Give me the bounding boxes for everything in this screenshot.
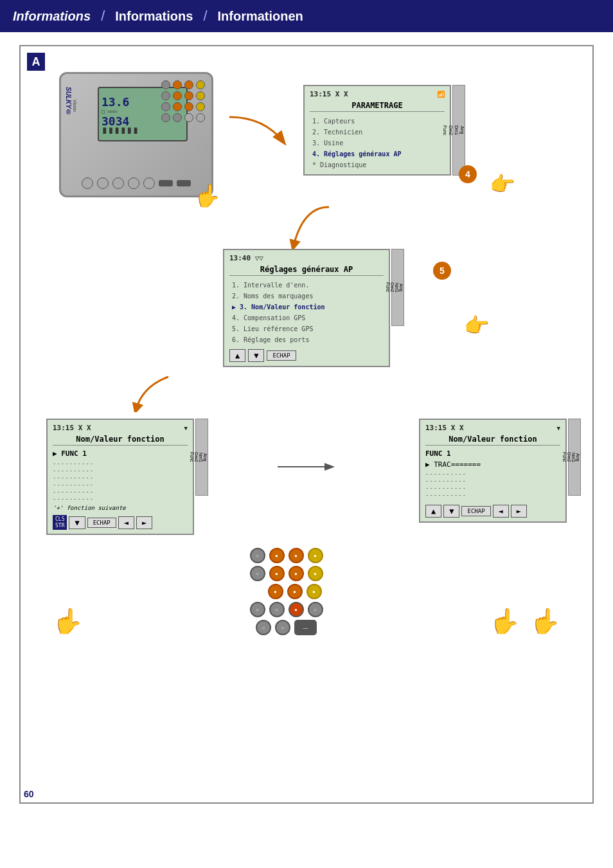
nav-up-br[interactable]: ▲ [425,505,441,518]
reglages-item-5: 5. Lieu référence GPS [229,323,384,334]
nav-down-br[interactable]: ▼ [443,505,459,518]
cls-str-btn[interactable]: CLSSTR [53,515,67,530]
key-1-1[interactable]: ○ [250,548,265,563]
reglages-title: Réglages généraux AP [229,265,384,276]
menu-item-1: 1. Capteurs [310,116,445,127]
nav-right-br[interactable]: ► [511,505,527,518]
nav-echap-middle[interactable]: ECHAP [267,350,296,361]
nav-right-bl[interactable]: ► [136,516,152,529]
parametrage-title: PARAMETRAGE [310,101,445,112]
key-1-2[interactable]: ● [269,548,285,563]
device-dots [161,80,205,122]
key-5-2[interactable]: ○ [275,620,290,635]
nav-down[interactable]: ▼ [248,349,264,362]
nav-echap-bl[interactable]: ECHAP [87,518,116,528]
header-sep-2: / [203,8,207,24]
key-3-4[interactable]: ● [306,584,322,599]
key-2-4[interactable]: ● [308,566,323,581]
keypad-row-3: ● ● ● [251,584,322,599]
dash-1-l: ---------- [53,460,188,467]
nom-valeur-title-right: Nom/Valeur fonction [425,435,560,446]
finger-icon-4: 👉 [490,172,515,196]
device-bottom-buttons [82,177,191,189]
fingers-right: 👆 👆 [490,607,560,635]
nom-valeur-screen-wrapper-right: 13:15 X X ▼ Nom/Valeur fonction FUNC 1 ▶… [419,419,567,523]
dash-1-r: ---------- [425,471,560,477]
arrow-down-to-middle [284,204,335,251]
menu-item-3: 3. Usine [310,138,445,149]
key-4-4[interactable]: ○ [308,602,323,617]
nav-bottom-left: CLSSTR ▼ ECHAP ◄ ► [53,515,188,530]
device-number-2: □ ▭▭▭ [102,109,117,114]
reglages-item-2: 2. Noms des marquages [229,291,384,302]
nom-valeur-screen-left: 13:15 X X ▼ Nom/Valeur fonction ▶ FUNC 1… [46,419,194,535]
func-label-left: ▶ FUNC 1 [53,449,188,458]
nav-up[interactable]: ▲ [229,349,245,362]
hint-text: '+' fonction suivante [53,505,188,511]
key-2-1[interactable]: ○ [250,566,265,581]
screen-sidebar-2: Ang Nm1 Om2 Func [391,249,404,326]
dash-3-l: ---------- [53,475,188,481]
dash-6-l: ---------- [53,496,188,502]
arrow-down-left [33,374,580,412]
keypad-row-1: ○ ● ● ● [250,548,323,563]
bottom-section: 13:15 X X ▼ Nom/Valeur fonction ▶ FUNC 1… [33,419,580,535]
badge-4: 4 [459,165,477,183]
keypad-row-2: ○ ● ● ● [250,566,323,581]
menu-item-2: 2. Technicien [310,127,445,138]
screen-time-br: 13:15 X X [425,424,464,432]
key-3-2[interactable]: ● [268,584,283,599]
key-5-1[interactable]: ○ [256,620,271,635]
badge-5: 5 [433,262,451,280]
nav-down-bl[interactable]: ▼ [69,516,85,529]
screen-sidebar-bl: Ang Nm1 Om2 Func [195,419,208,496]
nav-left-br[interactable]: ◄ [493,505,509,518]
nav-bottom-right: ▲ ▼ ECHAP ◄ ► [425,505,560,518]
screen-time-bl: 13:15 X X [53,424,91,432]
nav-left-bl[interactable]: ◄ [118,516,134,529]
nom-valeur-screen-wrapper-left: 13:15 X X ▼ Nom/Valeur fonction ▶ FUNC 1… [46,419,194,535]
keypad-row-4: ○ ○ ● ○ [250,602,323,617]
key-1-3[interactable]: ● [289,548,304,563]
finger-left-1: 👆 [53,607,83,635]
key-3-3[interactable]: ● [287,584,303,599]
dash-2-l: ---------- [53,467,188,474]
reglages-screen: 13:40 ▽▽ Réglages généraux AP 1. Interva… [223,249,390,367]
key-1-4[interactable]: ● [308,548,323,563]
reglages-item-6: 6. Réglage des ports [229,334,384,345]
key-4-2[interactable]: ○ [269,602,285,617]
dash-5-l: ---------- [53,489,188,495]
key-4-1[interactable]: ○ [250,602,265,617]
bottom-fingers-keypad: 👆 ○ ● ● ● ○ ● ● ● [33,548,580,635]
key-5-3[interactable]: — [294,620,317,635]
reglages-screen-wrapper: 13:40 ▽▽ Réglages généraux AP 1. Interva… [223,249,390,367]
reglages-item-4: 4. Compensation GPS [229,312,384,323]
dash-2-r: ---------- [425,478,560,484]
key-2-2[interactable]: ● [269,566,285,581]
finger-icon-5: 👉 [464,313,490,338]
dash-4-l: ---------- [53,482,188,488]
nav-echap-br[interactable]: ECHAP [461,506,490,516]
header-title-2: Informations [115,9,193,24]
reglages-nav: ▲ ▼ ECHAP [229,349,384,362]
parametrage-screen-wrapper: 13:15 X X 📶 PARAMETRAGE 1. Capteurs 2. T… [303,85,451,176]
arrow-to-screen [226,111,290,149]
vision-text: Vision [73,100,77,112]
physical-device: SULKY® Vision [59,72,213,197]
header-bar: Informations / Informations / Informatio… [0,0,613,32]
key-4-3[interactable]: ● [289,602,304,617]
dash-4-r: ---------- [425,492,560,498]
keypad-row-5: ○ ○ — [256,620,317,635]
nom-valeur-title-left: Nom/Valeur fonction [53,435,188,446]
screen-sidebar-br: Ang Nm1 Om2 Func [568,419,581,496]
screen-time-1: 13:15 X X [310,90,348,98]
label-a: A [27,53,45,71]
menu-item-star: * Diagnostique [310,159,445,170]
nom-valeur-screen-right: 13:15 X X ▼ Nom/Valeur fonction FUNC 1 ▶… [419,419,567,523]
screen-sidebar-1: Ang Dm1 Om2 Func [452,85,465,176]
key-2-3[interactable]: ● [289,566,304,581]
page-number: 60 [24,789,34,799]
dash-3-r: ---------- [425,485,560,491]
header-title-3: Informationen [218,9,303,24]
screen-time-2: 13:40 ▽▽ [229,254,263,262]
